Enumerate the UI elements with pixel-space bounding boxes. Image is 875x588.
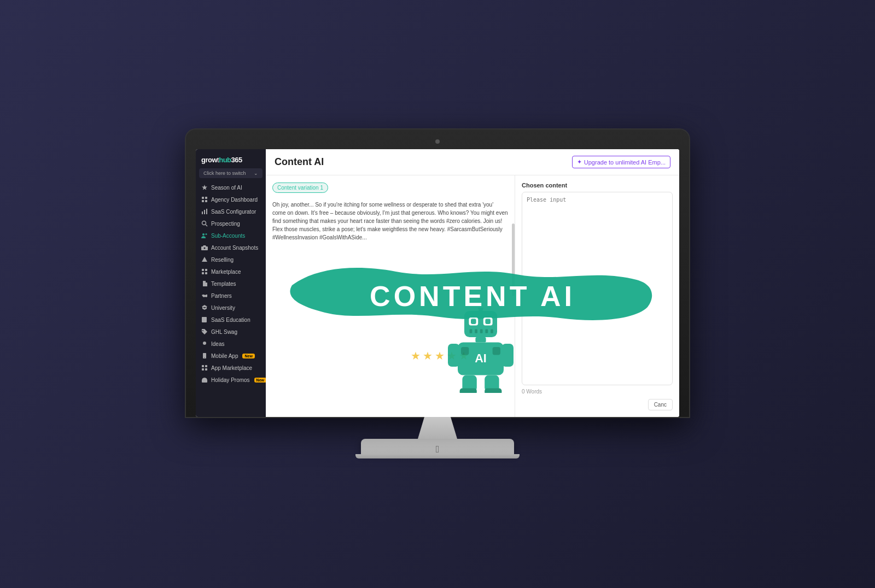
tag-icon	[201, 328, 208, 335]
svg-point-7	[202, 221, 206, 225]
svg-rect-19	[202, 365, 204, 367]
handshake-icon	[201, 292, 208, 299]
sidebar-item-partners[interactable]: Partners	[196, 290, 266, 302]
sidebar-item-reselling[interactable]: Reselling	[196, 254, 266, 266]
left-panel: Content variation 1 Oh joy, another... S…	[266, 175, 515, 417]
app-grid-icon	[201, 364, 208, 371]
main-header: Content AI ✦ Upgrade to unlimited AI Emp…	[266, 149, 679, 175]
monitor-wrapper: growthub365 Click here to switch ⌄ Seaso…	[186, 130, 689, 458]
upgrade-button[interactable]: ✦ Upgrade to unlimited AI Emp...	[572, 156, 670, 168]
sidebar-label: Marketplace	[211, 269, 241, 275]
svg-point-18	[204, 357, 205, 358]
sidebar-label: Holiday Promos	[211, 377, 250, 383]
sidebar-item-saas-education[interactable]: SaaS Education	[196, 314, 266, 326]
sidebar-item-sub-accounts[interactable]: Sub-Accounts	[196, 230, 266, 242]
svg-rect-12	[202, 269, 204, 271]
triangle-icon	[201, 256, 208, 263]
sidebar-label: GHL Swag	[211, 329, 237, 335]
svg-rect-21	[202, 368, 204, 371]
chosen-content-textarea[interactable]	[522, 192, 673, 385]
sidebar-label: SaaS Education	[211, 317, 250, 323]
sidebar-label: Agency Dashboard	[211, 197, 258, 203]
sidebar-item-university[interactable]: University	[196, 302, 266, 314]
sidebar-label: Prospecting	[211, 221, 240, 227]
svg-rect-2	[202, 200, 204, 202]
svg-rect-15	[205, 272, 207, 274]
sidebar-label: SaaS Configurator	[211, 209, 256, 215]
sidebar: growthub365 Click here to switch ⌄ Seaso…	[196, 149, 266, 417]
content-area: Content variation 1 Oh joy, another... S…	[266, 175, 679, 417]
chevron-icon: ⌄	[254, 170, 258, 176]
monitor-neck	[405, 417, 470, 439]
sidebar-item-marketplace[interactable]: Marketplace	[196, 266, 266, 278]
sparkle-icon: ✦	[577, 158, 582, 166]
file-icon	[201, 280, 208, 287]
scrollbar-thumb[interactable]	[512, 224, 515, 296]
sidebar-label: Season of AI	[211, 185, 242, 191]
svg-rect-4	[202, 211, 203, 214]
svg-rect-22	[205, 368, 207, 371]
sidebar-item-saas-configurator[interactable]: SaaS Configurator	[196, 205, 266, 217]
svg-point-10	[206, 233, 207, 235]
svg-point-16	[203, 342, 206, 345]
svg-point-11	[204, 248, 206, 249]
book-icon	[201, 316, 208, 323]
grid2-icon	[201, 268, 208, 275]
svg-line-8	[206, 225, 207, 226]
svg-rect-24	[202, 378, 207, 380]
page-title: Content AI	[275, 156, 324, 168]
sidebar-item-mobile-app[interactable]: Mobile App New	[196, 350, 266, 362]
users-icon	[201, 232, 208, 239]
monitor-base: 	[361, 439, 514, 454]
cancel-button[interactable]: Canc	[648, 399, 673, 410]
monitor-screen: growthub365 Click here to switch ⌄ Seaso…	[196, 149, 679, 417]
sidebar-label: Reselling	[211, 257, 234, 263]
sidebar-item-ideas[interactable]: Ideas	[196, 338, 266, 350]
new-badge: New	[242, 354, 254, 358]
sidebar-item-templates[interactable]: Templates	[196, 278, 266, 290]
mobile-icon	[201, 352, 208, 359]
svg-rect-14	[202, 272, 204, 274]
monitor-camera	[435, 139, 440, 144]
svg-rect-3	[205, 200, 207, 202]
sidebar-item-app-marketplace[interactable]: App Marketplace	[196, 362, 266, 374]
word-count: 0 Words	[522, 389, 673, 395]
sidebar-item-prospecting[interactable]: Prospecting	[196, 217, 266, 230]
sidebar-item-account-snapshots[interactable]: Account Snapshots	[196, 242, 266, 254]
svg-rect-20	[205, 365, 207, 367]
svg-point-9	[202, 233, 205, 236]
svg-rect-0	[202, 197, 204, 199]
content-variation-badge: Content variation 1	[272, 183, 328, 193]
sidebar-label: Partners	[211, 293, 232, 299]
gift-icon	[201, 377, 208, 383]
sidebar-label: University	[211, 305, 235, 311]
search-icon	[201, 220, 208, 227]
svg-rect-1	[205, 197, 207, 199]
new-badge-2: New	[254, 378, 266, 383]
sidebar-label: Ideas	[211, 341, 224, 347]
bulb-icon	[201, 340, 208, 347]
sidebar-label: App Marketplace	[211, 365, 252, 371]
monitor-bezel: growthub365 Click here to switch ⌄ Seaso…	[186, 130, 689, 417]
sidebar-item-holiday-promos[interactable]: Holiday Promos New	[196, 374, 266, 386]
sidebar-label: Sub-Accounts	[211, 233, 245, 239]
barchart-icon	[201, 208, 208, 215]
main-content: Content AI ✦ Upgrade to unlimited AI Emp…	[266, 149, 679, 417]
chosen-content-label: Chosen content	[522, 182, 673, 189]
apple-logo: 	[436, 444, 440, 455]
grid-icon	[201, 196, 208, 203]
upgrade-label: Upgrade to unlimited AI Emp...	[584, 159, 666, 166]
app-logo: growthub365	[196, 149, 266, 168]
sidebar-item-agency-dashboard[interactable]: Agency Dashboard	[196, 193, 266, 205]
content-body: Oh joy, another... So if you're itching …	[272, 201, 508, 242]
sidebar-label: Templates	[211, 281, 236, 287]
sidebar-item-season-ai[interactable]: Season of AI	[196, 181, 266, 193]
sidebar-label: Mobile App	[211, 353, 238, 359]
sidebar-item-ghl-swag[interactable]: GHL Swag	[196, 326, 266, 338]
sidebar-label: Account Snapshots	[211, 245, 258, 251]
star-icon	[201, 184, 208, 191]
camera-icon	[201, 244, 208, 251]
account-switcher[interactable]: Click here to switch ⌄	[199, 168, 262, 178]
switch-label: Click here to switch	[203, 170, 246, 176]
svg-rect-13	[205, 269, 207, 271]
